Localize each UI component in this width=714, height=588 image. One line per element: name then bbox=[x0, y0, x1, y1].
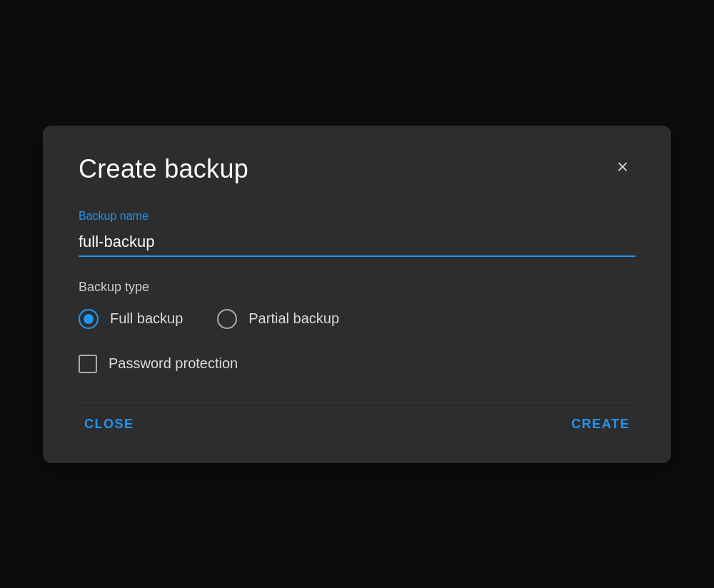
password-protection-label: Password protection bbox=[109, 355, 238, 372]
radio-partial-label: Partial backup bbox=[248, 310, 339, 327]
dialog-header: Create backup × bbox=[79, 154, 635, 184]
password-protection-checkbox[interactable] bbox=[79, 355, 97, 373]
radio-option-full[interactable]: Full backup bbox=[79, 309, 183, 329]
password-protection-checkbox-group[interactable]: Password protection bbox=[79, 355, 635, 373]
backup-name-field-group: Backup name bbox=[79, 210, 635, 257]
radio-full-inner bbox=[84, 314, 94, 324]
dialog-title: Create backup bbox=[79, 154, 248, 184]
overlay: Create backup × Backup name Backup type … bbox=[0, 0, 714, 588]
backup-name-label: Backup name bbox=[79, 210, 635, 223]
backup-name-input[interactable] bbox=[79, 228, 635, 257]
radio-option-partial[interactable]: Partial backup bbox=[217, 309, 339, 329]
close-x-icon: × bbox=[617, 157, 628, 177]
radio-partial-circle bbox=[217, 309, 237, 329]
radio-full-circle bbox=[79, 309, 99, 329]
backup-type-radio-group: Full backup Partial backup bbox=[79, 309, 635, 329]
radio-full-label: Full backup bbox=[110, 310, 183, 327]
backup-type-label: Backup type bbox=[79, 280, 635, 295]
close-button[interactable]: CLOSE bbox=[79, 408, 140, 440]
dialog: Create backup × Backup name Backup type … bbox=[43, 126, 671, 463]
dialog-footer: CLOSE CREATE bbox=[79, 402, 635, 440]
dialog-close-x-button[interactable]: × bbox=[610, 154, 635, 180]
create-button[interactable]: CREATE bbox=[565, 408, 635, 440]
